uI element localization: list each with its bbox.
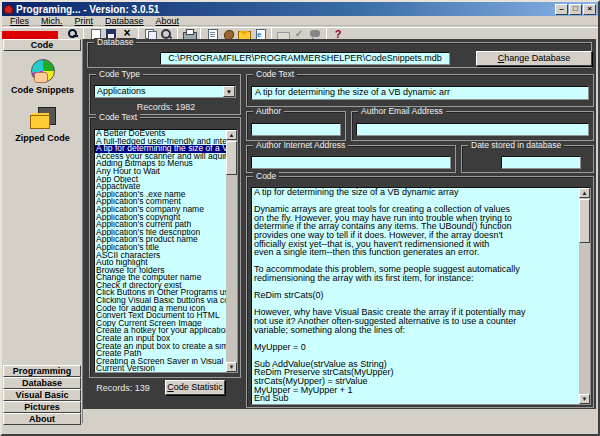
find-icon[interactable] [159,28,173,40]
list-item[interactable]: A Better DoEvents [95,130,227,138]
list-item[interactable]: Creating a Screen Saver in Visual Basic [95,358,227,366]
list-item[interactable]: Application's current path [95,221,227,229]
code-text-field[interactable]: A tip for determining the size of a VB d… [251,86,589,100]
list-item[interactable]: ASCII characters [95,252,227,260]
list-item[interactable]: Access your scanner and will aquire an i… [95,153,227,161]
scrollbar-thumb[interactable] [579,199,590,243]
sidebar-button-database[interactable]: Database [3,377,81,389]
list-item[interactable]: Auto highlight [95,259,227,267]
menu-item-files[interactable]: Files [4,16,35,26]
list-item[interactable]: Appactivate [95,183,227,191]
menu-item-mich[interactable]: Mich. [35,16,69,26]
list-item[interactable]: Application's title [95,244,227,252]
scroll-up-icon[interactable]: ▲ [226,130,237,140]
menu-item-print[interactable]: Print [69,16,100,26]
date-stored-group-label: Date stored in database [468,141,564,150]
list-scrollbar[interactable]: ▲ ▼ [226,130,237,372]
sidebar-item-zipped-code[interactable]: Zipped Code [2,107,83,143]
print-icon[interactable] [182,28,196,40]
toolbar-separator [83,28,84,39]
list-item[interactable]: Check if directory exist [95,282,227,290]
list-item[interactable]: Application's .exe name [95,191,227,199]
list-item[interactable]: Browse for folders [95,267,227,275]
list-item[interactable]: Current Version [95,365,227,373]
webpage-icon[interactable] [253,28,267,40]
list-item[interactable]: Convert Text Document to HTML [95,312,227,320]
date-stored-field[interactable] [501,156,581,169]
list-item[interactable]: Click Buttons in Other Programs using th… [95,289,227,297]
list-item[interactable]: Create Path [95,350,227,358]
list-item[interactable]: Application's product name [95,236,227,244]
author-field[interactable] [251,123,341,136]
date-stored-group: Date stored in database [461,145,594,173]
list-item[interactable]: A tip for determining the size of a VB d… [95,145,227,153]
scroll-down-icon[interactable]: ▼ [226,362,237,372]
list-item[interactable]: Create an input box [95,335,227,343]
code-snippets-icon [31,59,55,83]
chat-icon[interactable] [308,28,322,40]
report-icon[interactable] [205,28,219,40]
code-text-group: Code Text A tip for determining the size… [246,74,594,107]
author-internet-field[interactable] [251,156,451,169]
menu-item-database[interactable]: Database [99,16,150,26]
sidebar-bottom-buttons: ProgrammingDatabaseVisual BasicPicturesA… [3,365,81,425]
list-item[interactable]: Code for adding a menu icon [95,305,227,313]
author-email-field[interactable] [356,123,589,136]
scroll-up-icon[interactable]: ▲ [579,188,590,198]
code-type-select[interactable]: Applications ▼ [94,85,236,98]
code-scrollbar[interactable]: ▲ ▼ [579,188,590,404]
scroll-down-icon[interactable]: ▼ [579,394,590,404]
toolbar-separator [200,28,201,39]
spellcheck-icon[interactable] [292,28,306,40]
list-item[interactable]: Any Hour to Wait [95,168,227,176]
code-textarea[interactable]: A tip for determining the size of a VB d… [251,187,591,405]
title-bar[interactable]: Programing... - Version: 3.0.51 – □ × [2,2,598,16]
minimize-button[interactable]: – [555,4,568,15]
maximize-button[interactable]: □ [569,4,582,15]
help-icon[interactable] [331,28,345,40]
window-controls: – □ × [555,4,596,15]
code-type-group: Code Type Applications ▼ Records: 1982 [89,74,241,115]
mail-icon[interactable] [237,28,251,40]
list-item[interactable]: Application's copyright [95,214,227,222]
list-item[interactable]: Create a hotkey for your application [95,327,227,335]
open-folder-icon[interactable] [276,28,290,40]
code-list-group-label: Code Text [96,113,140,122]
code-content: A tip for determining the size of a VB d… [254,188,574,405]
code-group: Code A tip for determining the size of a… [246,176,594,408]
list-item[interactable]: Change the computer name [95,274,227,282]
list-item[interactable]: A full-fledged user-friendly and interac… [95,138,227,146]
list-item[interactable]: Clicking Visual Basic buttons via code [95,297,227,305]
sidebar-button-about[interactable]: About [3,413,81,425]
toolbar-separator [177,28,178,39]
toolbar-separator [326,28,327,39]
key-icon[interactable] [65,28,79,40]
list-item[interactable]: App Object [95,176,227,184]
list-item[interactable]: Application's company name [95,206,227,214]
stamp-icon[interactable] [221,28,235,40]
sidebar-button-programming[interactable]: Programming [3,365,81,377]
list-item[interactable]: Copy Current Screen Image [95,320,227,328]
scrollbar-thumb[interactable] [226,141,237,175]
list-item[interactable]: Create an input box to create a simple p… [95,343,227,351]
code-statistic-button[interactable]: Code Statistic [165,380,225,395]
sidebar-header-code[interactable]: Code [3,39,81,51]
close-button[interactable]: × [583,4,596,15]
change-database-button[interactable]: Change Database [476,51,592,66]
code-list[interactable]: A Better DoEventsA full-fledged user-fri… [94,129,238,373]
database-path-field[interactable]: C:\PROGRAMFILER\PROGRAMMERSHELPER\CodeSn… [160,52,450,65]
app-icon [4,5,13,14]
code-type-selected-value: Applications [97,86,146,97]
list-item[interactable]: Application's file description [95,229,227,237]
chevron-down-icon[interactable]: ▼ [223,86,235,97]
toolbar-separator [138,28,139,39]
menu-item-about[interactable]: About [150,16,186,26]
sidebar-button-pictures[interactable]: Pictures [3,401,81,413]
form-background-strip [2,31,58,39]
window-inner: Programing... - Version: 3.0.51 – □ × Fi… [2,2,598,434]
list-item[interactable]: Adding Bitmaps to Menus [95,160,227,168]
list-item[interactable]: Application's comment [95,198,227,206]
sidebar-button-visual-basic[interactable]: Visual Basic [3,389,81,401]
sidebar-item-code-snippets[interactable]: Code Snippets [2,59,83,95]
copy-icon[interactable] [143,28,157,40]
